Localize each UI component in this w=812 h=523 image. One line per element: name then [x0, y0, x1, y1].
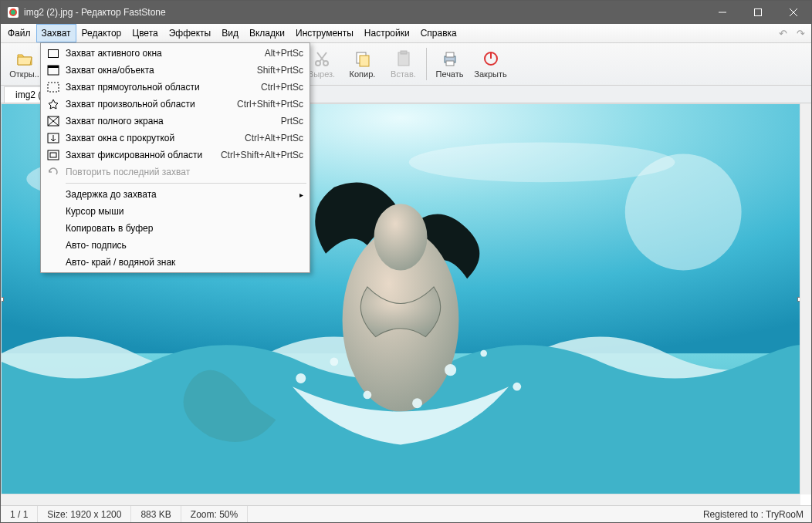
- svg-point-42: [412, 398, 422, 408]
- menu-item-shortcut: Shift+PrtSc: [257, 65, 303, 76]
- toolbar-label: Встав.: [391, 69, 416, 79]
- menu-item[interactable]: Задержка до захвата▸: [42, 186, 308, 203]
- menu-item-shortcut: Ctrl+Shift+PrtSc: [237, 99, 303, 110]
- menu-item-label: Авто- подпись: [66, 240, 303, 251]
- win-object-icon: [46, 63, 61, 77]
- repeat-icon: [46, 165, 61, 179]
- toolbar-label: Печать: [435, 69, 463, 79]
- scroll-win-icon: [46, 131, 61, 145]
- blank-icon: [46, 204, 61, 218]
- toolbar-paste: Встав.: [383, 45, 424, 83]
- status-filesize: 883 KB: [131, 506, 181, 522]
- menu-item[interactable]: Захват окна/объектаShift+PrtSc: [42, 62, 308, 79]
- toolbar-copy[interactable]: Копир.: [342, 45, 383, 83]
- menu-цвета[interactable]: Цвета: [127, 24, 163, 42]
- menu-item-label: Захват прямоугольной области: [66, 82, 261, 93]
- menu-справка[interactable]: Справка: [415, 24, 462, 42]
- blank-icon: [46, 187, 61, 201]
- menu-редактор[interactable]: Редактор: [76, 24, 127, 42]
- svg-rect-27: [446, 61, 454, 66]
- menu-item-label: Захват полного экрана: [66, 116, 281, 127]
- menubar: ФайлЗахватРедакторЦветаЭффектыВидВкладки…: [1, 24, 811, 43]
- paste-icon: [394, 49, 413, 68]
- svg-point-38: [330, 358, 338, 366]
- power-icon: [482, 49, 500, 68]
- menu-item[interactable]: Курсор мыши: [42, 203, 308, 220]
- menu-эффекты[interactable]: Эффекты: [164, 24, 217, 42]
- scrollbar-vertical[interactable]: [800, 103, 811, 494]
- menu-item[interactable]: Авто- подпись: [42, 237, 308, 254]
- menu-item[interactable]: Захват окна с прокруткойCtrl+Alt+PrtSc: [42, 130, 308, 147]
- svg-rect-24: [401, 51, 407, 54]
- toolbar-label: Вырез.: [308, 69, 335, 79]
- status-dimensions: Size: 1920 x 1200: [38, 506, 131, 522]
- svg-rect-4: [755, 9, 762, 16]
- menu-item-label: Повторить последний захват: [66, 167, 303, 177]
- menu-item-label: Задержка до захвата: [66, 189, 296, 200]
- freeform-icon: [46, 97, 61, 111]
- svg-point-37: [296, 373, 306, 383]
- scrollbar-horizontal[interactable]: [1, 494, 800, 505]
- toolbar-label: Копир.: [350, 69, 376, 79]
- print-icon: [441, 49, 459, 68]
- svg-rect-50: [50, 153, 56, 157]
- svg-rect-23: [398, 52, 409, 66]
- copy-icon: [354, 49, 372, 68]
- menu-файл[interactable]: Файл: [2, 24, 36, 42]
- menu-item[interactable]: Захват произвольной областиCtrl+Shift+Pr…: [42, 96, 308, 113]
- svg-point-39: [445, 364, 456, 376]
- toolbar-print[interactable]: Печать: [429, 45, 470, 83]
- redo-icon[interactable]: ↷: [792, 24, 810, 42]
- toolbar-label: Закрыть: [474, 69, 506, 79]
- undo-icon[interactable]: ↶: [774, 24, 792, 42]
- menu-item-shortcut: Ctrl+PrtSc: [261, 82, 303, 93]
- menu-item-label: Захват фиксированной области: [66, 150, 221, 160]
- menu-item-label: Курсор мыши: [66, 206, 303, 217]
- menu-item-shortcut: Ctrl+Alt+PrtSc: [245, 133, 303, 143]
- status-registered: Registered to : TryRooM: [703, 509, 811, 520]
- menu-item[interactable]: Копировать в буфер: [42, 220, 308, 237]
- svg-rect-22: [360, 56, 369, 66]
- menu-вид[interactable]: Вид: [216, 24, 244, 42]
- rect-region-icon: [46, 80, 61, 94]
- minimize-button[interactable]: [705, 1, 740, 24]
- menu-item-label: Захват произвольной области: [66, 99, 237, 110]
- blank-icon: [46, 221, 61, 235]
- menu-item-label: Авто- край / водяной знак: [66, 257, 303, 268]
- menu-item[interactable]: Захват активного окнаAlt+PrtSc: [42, 45, 308, 62]
- status-bar: 1 / 1 Size: 1920 x 1200 883 KB Zoom: 50%…: [1, 505, 811, 522]
- win-active-icon: [46, 46, 61, 60]
- svg-rect-46: [48, 83, 59, 92]
- menu-item-label: Захват окна/объекта: [66, 65, 257, 76]
- maximize-button[interactable]: [740, 1, 776, 24]
- toolbar-label: Откры..: [9, 69, 39, 79]
- resize-handle-left[interactable]: [1, 297, 4, 302]
- menu-item[interactable]: Авто- край / водяной знак: [42, 254, 308, 271]
- close-button[interactable]: [776, 1, 811, 24]
- svg-point-40: [480, 350, 487, 357]
- menu-item: Повторить последний захват: [42, 164, 308, 181]
- svg-rect-45: [48, 66, 59, 68]
- menu-item[interactable]: Захват полного экранаPrtSc: [42, 113, 308, 130]
- blank-icon: [46, 238, 61, 252]
- toolbar-power[interactable]: Закрыть: [470, 45, 511, 83]
- menu-настройки[interactable]: Настройки: [359, 24, 415, 42]
- menu-item-label: Захват активного окна: [66, 48, 265, 59]
- toolbar-open-folder[interactable]: Откры..: [4, 45, 45, 83]
- menu-item-shortcut: Ctrl+Shift+Alt+PrtSc: [221, 150, 303, 160]
- status-page: 1 / 1: [1, 506, 38, 522]
- menu-item-shortcut: PrtSc: [281, 116, 303, 127]
- menu-item-label: Копировать в буфер: [66, 223, 303, 234]
- open-folder-icon: [15, 49, 34, 68]
- menu-item-label: Захват окна с прокруткой: [66, 133, 245, 143]
- titlebar: img2 (2).jpg - Редактор FastStone: [1, 1, 811, 24]
- menu-item[interactable]: Захват фиксированной областиCtrl+Shift+A…: [42, 147, 308, 164]
- fullscreen-icon: [46, 114, 61, 128]
- menu-item[interactable]: Захват прямоугольной областиCtrl+PrtSc: [42, 79, 308, 96]
- menu-инструменты[interactable]: Инструменты: [290, 24, 359, 42]
- svg-point-2: [11, 10, 15, 15]
- toolbar-separator: [426, 48, 427, 80]
- svg-rect-49: [48, 150, 59, 160]
- menu-вкладки[interactable]: Вкладки: [244, 24, 290, 42]
- menu-захват[interactable]: Захват: [36, 24, 76, 42]
